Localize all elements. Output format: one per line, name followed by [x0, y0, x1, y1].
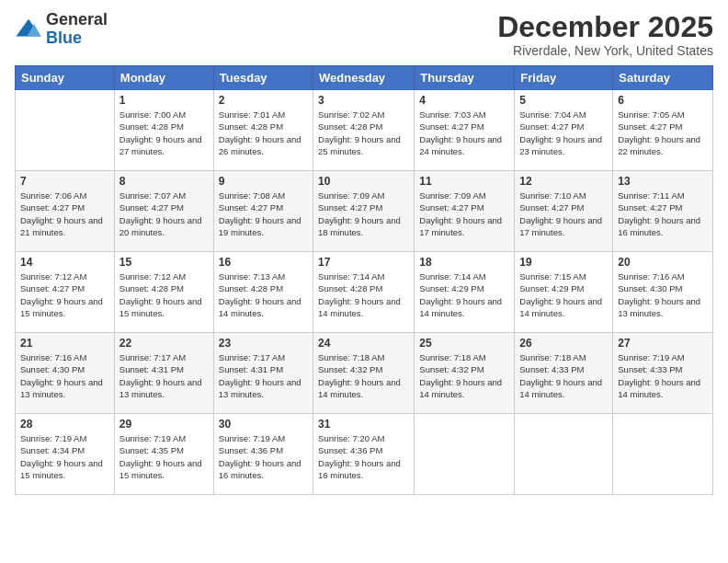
day-info: Sunrise: 7:03 AMSunset: 4:27 PMDaylight:…	[419, 109, 509, 157]
cell-w5-d7	[613, 414, 713, 495]
day-number: 5	[519, 94, 608, 107]
week-row-2: 7Sunrise: 7:06 AMSunset: 4:27 PMDaylight…	[16, 171, 713, 252]
calendar: Sunday Monday Tuesday Wednesday Thursday…	[15, 65, 713, 495]
sunset-text: Sunset: 4:27 PM	[618, 121, 682, 132]
sunset-text: Sunset: 4:28 PM	[119, 121, 184, 132]
week-row-1: 1Sunrise: 7:00 AMSunset: 4:28 PMDaylight…	[16, 90, 713, 171]
daylight-text: Daylight: 9 hours and 19 minutes.	[219, 215, 301, 237]
daylight-text: Daylight: 9 hours and 27 minutes.	[119, 134, 202, 156]
cell-w4-d3: 23Sunrise: 7:17 AMSunset: 4:31 PMDayligh…	[213, 333, 313, 414]
day-info: Sunrise: 7:01 AMSunset: 4:28 PMDaylight:…	[219, 109, 308, 157]
cell-w2-d1: 7Sunrise: 7:06 AMSunset: 4:27 PMDaylight…	[16, 171, 115, 252]
sunset-text: Sunset: 4:36 PM	[318, 445, 382, 455]
logo-general-text: General	[46, 11, 108, 29]
sunrise-text: Sunrise: 7:18 AM	[519, 352, 586, 362]
cell-w4-d5: 25Sunrise: 7:18 AMSunset: 4:32 PMDayligh…	[415, 333, 515, 414]
day-number: 15	[119, 256, 209, 269]
sunrise-text: Sunrise: 7:08 AM	[219, 190, 285, 201]
day-number: 6	[618, 94, 708, 107]
sunrise-text: Sunrise: 7:09 AM	[318, 190, 384, 201]
sunrise-text: Sunrise: 7:09 AM	[419, 190, 485, 201]
col-wednesday: Wednesday	[313, 66, 415, 90]
cell-w5-d6	[515, 414, 613, 495]
col-friday: Friday	[515, 66, 613, 90]
daylight-text: Daylight: 9 hours and 15 minutes.	[20, 458, 103, 480]
cell-w4-d4: 24Sunrise: 7:18 AMSunset: 4:32 PMDayligh…	[313, 333, 415, 414]
daylight-text: Daylight: 9 hours and 23 minutes.	[519, 134, 602, 156]
sunset-text: Sunset: 4:27 PM	[219, 202, 283, 213]
daylight-text: Daylight: 9 hours and 14 minutes.	[519, 377, 602, 399]
day-info: Sunrise: 7:13 AMSunset: 4:28 PMDaylight:…	[219, 270, 308, 319]
cell-w3-d1: 14Sunrise: 7:12 AMSunset: 4:27 PMDayligh…	[16, 252, 115, 333]
day-info: Sunrise: 7:19 AMSunset: 4:36 PMDaylight:…	[219, 432, 308, 481]
day-number: 3	[318, 94, 409, 107]
day-number: 16	[219, 256, 308, 269]
cell-w1-d1	[16, 90, 115, 171]
cell-w3-d2: 15Sunrise: 7:12 AMSunset: 4:28 PMDayligh…	[114, 252, 213, 333]
daylight-text: Daylight: 9 hours and 14 minutes.	[219, 296, 301, 318]
day-info: Sunrise: 7:15 AMSunset: 4:29 PMDaylight:…	[519, 270, 608, 319]
col-monday: Monday	[114, 66, 213, 90]
day-info: Sunrise: 7:14 AMSunset: 4:29 PMDaylight:…	[419, 270, 509, 319]
day-number: 23	[219, 337, 308, 350]
day-info: Sunrise: 7:19 AMSunset: 4:34 PMDaylight:…	[20, 432, 109, 481]
cell-w1-d3: 2Sunrise: 7:01 AMSunset: 4:28 PMDaylight…	[213, 90, 313, 171]
sunrise-text: Sunrise: 7:02 AM	[318, 109, 384, 120]
cell-w1-d7: 6Sunrise: 7:05 AMSunset: 4:27 PMDaylight…	[613, 90, 713, 171]
day-info: Sunrise: 7:05 AMSunset: 4:27 PMDaylight:…	[618, 109, 708, 157]
week-row-3: 14Sunrise: 7:12 AMSunset: 4:27 PMDayligh…	[16, 252, 713, 333]
sunset-text: Sunset: 4:31 PM	[219, 364, 283, 374]
daylight-text: Daylight: 9 hours and 16 minutes.	[318, 458, 401, 480]
cell-w2-d7: 13Sunrise: 7:11 AMSunset: 4:27 PMDayligh…	[613, 171, 713, 252]
sunrise-text: Sunrise: 7:17 AM	[219, 352, 285, 362]
day-number: 2	[219, 94, 308, 107]
day-info: Sunrise: 7:04 AMSunset: 4:27 PMDaylight:…	[519, 109, 608, 157]
col-sunday: Sunday	[16, 66, 115, 90]
daylight-text: Daylight: 9 hours and 24 minutes.	[419, 134, 502, 156]
sunset-text: Sunset: 4:32 PM	[318, 364, 382, 374]
day-info: Sunrise: 7:17 AMSunset: 4:31 PMDaylight:…	[119, 351, 209, 400]
cell-w2-d5: 11Sunrise: 7:09 AMSunset: 4:27 PMDayligh…	[415, 171, 515, 252]
daylight-text: Daylight: 9 hours and 14 minutes.	[419, 377, 502, 399]
day-number: 1	[119, 94, 209, 107]
cell-w5-d3: 30Sunrise: 7:19 AMSunset: 4:36 PMDayligh…	[213, 414, 313, 495]
col-saturday: Saturday	[613, 66, 713, 90]
sunrise-text: Sunrise: 7:04 AM	[519, 109, 586, 120]
cell-w1-d6: 5Sunrise: 7:04 AMSunset: 4:27 PMDaylight…	[515, 90, 613, 171]
day-info: Sunrise: 7:06 AMSunset: 4:27 PMDaylight:…	[20, 190, 109, 238]
day-info: Sunrise: 7:09 AMSunset: 4:27 PMDaylight:…	[419, 190, 509, 238]
header: General Blue December 2025 Riverdale, Ne…	[15, 11, 713, 58]
daylight-text: Daylight: 9 hours and 25 minutes.	[318, 134, 401, 156]
sunrise-text: Sunrise: 7:19 AM	[20, 433, 86, 443]
cell-w3-d7: 20Sunrise: 7:16 AMSunset: 4:30 PMDayligh…	[613, 252, 713, 333]
sunset-text: Sunset: 4:29 PM	[519, 283, 584, 293]
sunset-text: Sunset: 4:30 PM	[20, 364, 85, 374]
cell-w4-d2: 22Sunrise: 7:17 AMSunset: 4:31 PMDayligh…	[114, 333, 213, 414]
day-number: 18	[419, 256, 509, 269]
daylight-text: Daylight: 9 hours and 14 minutes.	[318, 377, 401, 399]
cell-w1-d4: 3Sunrise: 7:02 AMSunset: 4:28 PMDaylight…	[313, 90, 415, 171]
sunrise-text: Sunrise: 7:06 AM	[20, 190, 86, 201]
logo-icon	[15, 16, 42, 43]
daylight-text: Daylight: 9 hours and 17 minutes.	[519, 215, 602, 237]
daylight-text: Daylight: 9 hours and 22 minutes.	[618, 134, 700, 156]
sunset-text: Sunset: 4:30 PM	[618, 283, 682, 293]
sunset-text: Sunset: 4:33 PM	[519, 364, 584, 374]
cell-w2-d4: 10Sunrise: 7:09 AMSunset: 4:27 PMDayligh…	[313, 171, 415, 252]
sunset-text: Sunset: 4:29 PM	[419, 283, 483, 293]
sunrise-text: Sunrise: 7:14 AM	[318, 271, 384, 282]
day-number: 12	[519, 175, 608, 188]
sunrise-text: Sunrise: 7:15 AM	[519, 271, 586, 282]
cell-w2-d2: 8Sunrise: 7:07 AMSunset: 4:27 PMDaylight…	[114, 171, 213, 252]
sunset-text: Sunset: 4:28 PM	[119, 283, 184, 293]
daylight-text: Daylight: 9 hours and 14 minutes.	[318, 296, 401, 318]
sunrise-text: Sunrise: 7:17 AM	[119, 352, 186, 362]
sunrise-text: Sunrise: 7:20 AM	[318, 433, 384, 443]
sunrise-text: Sunrise: 7:13 AM	[219, 271, 285, 282]
sunrise-text: Sunrise: 7:00 AM	[119, 109, 186, 120]
sunset-text: Sunset: 4:27 PM	[519, 202, 584, 213]
day-info: Sunrise: 7:11 AMSunset: 4:27 PMDaylight:…	[618, 190, 708, 238]
day-number: 4	[419, 94, 509, 107]
cell-w2-d6: 12Sunrise: 7:10 AMSunset: 4:27 PMDayligh…	[515, 171, 613, 252]
sunset-text: Sunset: 4:32 PM	[419, 364, 483, 374]
